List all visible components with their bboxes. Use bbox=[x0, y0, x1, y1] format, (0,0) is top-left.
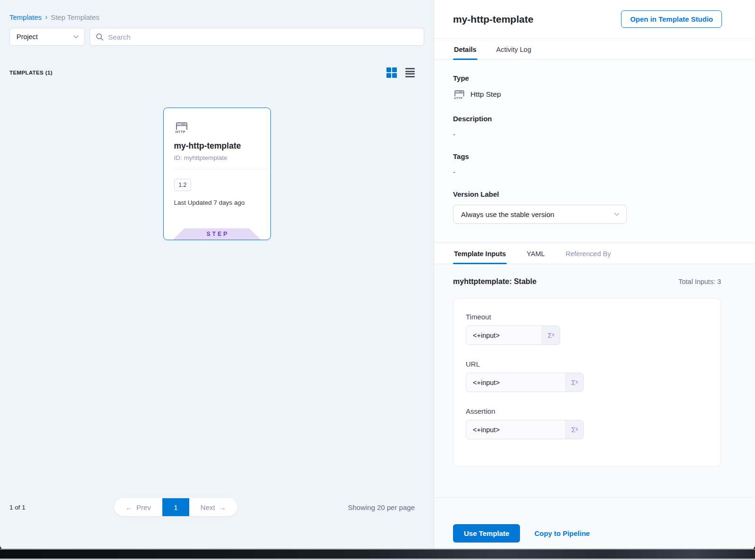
assertion-input-box: Σˣ bbox=[466, 420, 584, 439]
inputs-heading: myhttptemplate: Stable bbox=[453, 277, 537, 286]
tab-template-inputs[interactable]: Template Inputs bbox=[453, 243, 507, 264]
svg-text:HTTP: HTTP bbox=[175, 130, 185, 134]
url-field-group: URL Σˣ bbox=[466, 360, 707, 392]
copy-to-pipeline-link[interactable]: Copy to Pipeline bbox=[534, 529, 590, 537]
assertion-label: Assertion bbox=[466, 407, 707, 415]
grid-view-icon[interactable] bbox=[386, 67, 397, 78]
templates-list-panel: Templates › Step Templates Project bbox=[0, 0, 434, 550]
details-tab-row: Details Activity Log bbox=[434, 38, 755, 60]
prev-label: Prev bbox=[136, 503, 151, 511]
page-count-label: 1 of 1 bbox=[9, 504, 114, 511]
search-input[interactable] bbox=[108, 33, 418, 41]
timeout-input-box: Σˣ bbox=[466, 326, 560, 345]
expression-sigma-icon[interactable]: Σˣ bbox=[565, 373, 583, 392]
version-select[interactable]: Always use the stable version bbox=[453, 205, 627, 224]
tab-details[interactable]: Details bbox=[453, 39, 478, 59]
assertion-field-group: Assertion Σˣ bbox=[466, 407, 707, 439]
breadcrumb-templates-link[interactable]: Templates bbox=[9, 13, 42, 21]
timeout-field-group: Timeout Σˣ bbox=[466, 313, 707, 345]
type-value-row: HTTP Http Step bbox=[453, 88, 736, 100]
expression-sigma-icon[interactable]: Σˣ bbox=[565, 420, 583, 439]
version-badge: 1.2 bbox=[174, 179, 192, 191]
panel-title: my-http-template bbox=[453, 14, 533, 25]
chevron-down-icon bbox=[73, 35, 79, 39]
http-step-icon: HTTP bbox=[453, 88, 466, 100]
details-section: Type HTTP Http Step bbox=[434, 60, 755, 242]
use-template-button[interactable]: Use Template bbox=[453, 524, 520, 543]
open-in-template-studio-button[interactable]: Open in Template Studio bbox=[621, 10, 722, 28]
panel-header: my-http-template Open in Template Studio bbox=[434, 0, 755, 38]
tab-yaml[interactable]: YAML bbox=[526, 243, 545, 264]
card-divider bbox=[174, 169, 270, 169]
template-details-panel: my-http-template Open in Template Studio… bbox=[434, 0, 755, 550]
breadcrumb-current: Step Templates bbox=[50, 13, 99, 21]
view-toggles bbox=[386, 67, 415, 78]
description-value: - bbox=[453, 130, 736, 138]
pager: ← Prev 1 Next → bbox=[114, 498, 237, 516]
inputs-head: myhttptemplate: Stable Total Inputs: 3 bbox=[453, 277, 721, 286]
total-inputs-label: Total Inputs: 3 bbox=[679, 278, 721, 285]
card-area: HTTP my-http-template ID: myhttptemplate… bbox=[0, 78, 434, 240]
app-window: Templates › Step Templates Project bbox=[0, 0, 755, 550]
type-label: Type bbox=[453, 74, 736, 82]
tags-value: - bbox=[453, 168, 736, 176]
template-card-id: ID: myhttptemplate bbox=[174, 154, 260, 161]
desktop-taskbar-strip bbox=[0, 549, 755, 560]
prev-page-button[interactable]: ← Prev bbox=[114, 498, 162, 516]
breadcrumb-chevron-icon: › bbox=[45, 13, 47, 21]
template-card-title: my-http-template bbox=[174, 141, 260, 151]
timeout-label: Timeout bbox=[466, 313, 707, 321]
version-select-value: Always use the stable version bbox=[461, 210, 554, 218]
next-page-button[interactable]: Next → bbox=[189, 498, 237, 516]
per-page-label: Showing 20 per page bbox=[348, 503, 415, 511]
tab-referenced-by[interactable]: Referenced By bbox=[565, 243, 612, 264]
type-value: Http Step bbox=[470, 90, 501, 99]
breadcrumb: Templates › Step Templates bbox=[0, 0, 434, 21]
tab-activity-log[interactable]: Activity Log bbox=[495, 39, 532, 59]
url-input-box: Σˣ bbox=[466, 373, 584, 392]
filter-row: Project bbox=[0, 21, 434, 46]
search-box bbox=[90, 28, 424, 46]
assertion-input[interactable] bbox=[466, 426, 565, 434]
description-label: Description bbox=[453, 115, 736, 123]
search-icon bbox=[96, 33, 104, 41]
tags-label: Tags bbox=[453, 152, 736, 160]
template-card[interactable]: HTTP my-http-template ID: myhttptemplate… bbox=[163, 108, 271, 240]
step-type-ribbon: STEP bbox=[173, 228, 261, 240]
next-label: Next bbox=[201, 503, 215, 511]
version-label: Version Label bbox=[453, 190, 736, 198]
template-inputs-section: myhttptemplate: Stable Total Inputs: 3 T… bbox=[434, 264, 755, 497]
scope-select[interactable]: Project bbox=[9, 28, 85, 46]
inputs-tab-row: Template Inputs YAML Referenced By bbox=[434, 242, 755, 264]
http-step-icon: HTTP bbox=[174, 119, 260, 134]
url-label: URL bbox=[466, 360, 707, 368]
list-view-icon[interactable] bbox=[405, 68, 415, 77]
timeout-input[interactable] bbox=[466, 332, 542, 339]
page-1-button[interactable]: 1 bbox=[162, 498, 189, 516]
desktop: Templates › Step Templates Project bbox=[0, 0, 755, 560]
scope-select-value: Project bbox=[17, 33, 38, 41]
list-header: TEMPLATES (1) bbox=[0, 46, 434, 78]
svg-text:HTTP: HTTP bbox=[454, 96, 462, 100]
panel-footer: Use Template Copy to Pipeline bbox=[434, 497, 755, 550]
inputs-card: Timeout Σˣ URL Σˣ As bbox=[453, 298, 721, 467]
prev-arrow-icon: ← bbox=[126, 503, 133, 511]
last-updated-label: Last Updated 7 days ago bbox=[174, 199, 260, 206]
chevron-down-icon bbox=[614, 212, 620, 216]
expression-sigma-icon[interactable]: Σˣ bbox=[542, 326, 560, 344]
next-arrow-icon: → bbox=[219, 503, 226, 511]
url-input[interactable] bbox=[466, 379, 565, 386]
templates-count-label: TEMPLATES (1) bbox=[9, 70, 52, 75]
pagination-row: 1 of 1 ← Prev 1 Next → Showing 20 per pa… bbox=[0, 498, 434, 550]
